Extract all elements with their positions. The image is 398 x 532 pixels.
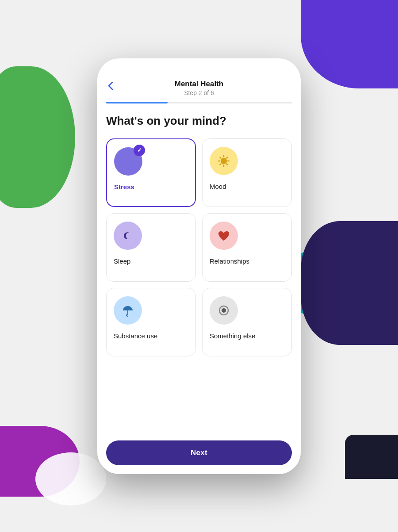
progress-fill xyxy=(106,102,168,103)
moon-icon xyxy=(121,229,135,243)
svg-line-8 xyxy=(220,164,221,165)
status-bar xyxy=(97,58,301,76)
heart-icon xyxy=(217,230,230,242)
something-else-label: Something else xyxy=(210,332,255,341)
back-button[interactable] xyxy=(106,80,115,94)
mood-icon-bubble xyxy=(210,147,238,175)
sleep-icon-bubble xyxy=(114,222,142,250)
svg-line-5 xyxy=(220,157,221,158)
bg-blob-green xyxy=(0,66,75,208)
option-mood[interactable]: Mood xyxy=(202,138,292,207)
sun-icon xyxy=(217,154,231,168)
options-grid: ✓ Stress xyxy=(106,138,292,356)
svg-line-6 xyxy=(226,164,227,165)
substance-use-icon-bubble xyxy=(114,296,142,325)
option-sleep[interactable]: Sleep xyxy=(106,213,196,282)
svg-point-10 xyxy=(222,308,226,313)
sleep-label: Sleep xyxy=(114,257,130,266)
step-label: Step 2 of 6 xyxy=(184,89,214,96)
bg-blob-purple-bottom xyxy=(0,426,80,497)
stress-icon-bubble: ✓ xyxy=(114,147,142,176)
bg-blob-dark-right-bottom xyxy=(345,435,398,479)
page-header: Mental Health Step 2 of 6 xyxy=(97,76,301,103)
next-button-container: Next xyxy=(97,436,301,474)
question-title: What's on your mind? xyxy=(106,114,292,128)
umbrella-icon xyxy=(121,303,135,318)
check-badge: ✓ xyxy=(134,145,145,156)
option-substance-use[interactable]: Substance use xyxy=(106,288,196,356)
svg-point-0 xyxy=(221,158,227,164)
content-area: What's on your mind? ✓ Stress xyxy=(97,103,301,436)
option-something-else[interactable]: Something else xyxy=(202,288,292,356)
mood-label: Mood xyxy=(210,182,226,191)
stress-label: Stress xyxy=(114,183,134,191)
next-button[interactable]: Next xyxy=(106,440,292,465)
something-else-icon-bubble xyxy=(210,296,238,325)
option-stress[interactable]: ✓ Stress xyxy=(106,138,196,207)
svg-line-7 xyxy=(226,157,227,158)
substance-use-label: Substance use xyxy=(114,332,157,341)
dot-circle-icon xyxy=(217,303,231,318)
phone-frame: Mental Health Step 2 of 6 What's on your… xyxy=(97,58,301,474)
page-title: Mental Health xyxy=(175,80,224,88)
progress-bar xyxy=(106,102,292,103)
bg-blob-dark-navy xyxy=(301,221,398,345)
relationships-label: Relationships xyxy=(210,257,249,266)
option-relationships[interactable]: Relationships xyxy=(202,213,292,282)
relationships-icon-bubble xyxy=(210,222,238,250)
bg-blob-purple-top xyxy=(301,0,398,88)
bg-blob-white-bottom xyxy=(35,452,106,505)
